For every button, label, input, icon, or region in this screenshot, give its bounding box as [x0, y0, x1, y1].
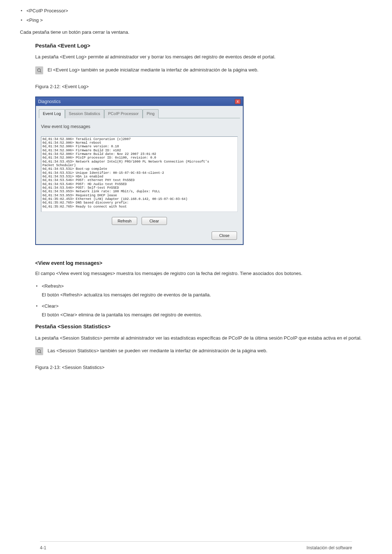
session-stats-heading: Pestaña <Session Statistics> [35, 323, 372, 331]
tab-event-log[interactable]: Event Log [39, 109, 65, 118]
session-stats-desc: La pestaña <Session Statistics> permite … [35, 335, 372, 342]
figure-caption: Figura 2-13: <Session Statistics> [35, 364, 372, 371]
event-log-desc: La pestaña <Event Log> permite al admini… [35, 53, 372, 61]
svg-line-1 [40, 71, 41, 72]
clear-desc: El botón <Clear> elimina de la pantalla … [42, 311, 372, 319]
footer-right: Instalación del software [307, 545, 352, 551]
page-footer: 4-1 Instalación del software [40, 541, 352, 551]
panel: View event log messages 0d,01:34:52.906>… [36, 118, 243, 229]
event-log-textarea[interactable]: 0d,01:34:52.906> Teradici Corporation (c… [41, 136, 238, 212]
note-text: El <Event Log> también se puede iniciali… [48, 66, 258, 74]
window-close-button[interactable]: x [235, 99, 241, 104]
note-icon [35, 66, 43, 74]
list-item: <Refresh> [35, 283, 372, 290]
svg-point-2 [37, 349, 40, 352]
bullet-text: <PCoIP Processor> [26, 8, 68, 13]
window-title: Diagnostics [38, 98, 61, 105]
note-row: El <Event Log> también se puede iniciali… [35, 66, 372, 74]
list-item: <Ping > [20, 17, 372, 24]
tab-row: Event Log Session Statistics PCoIP Proce… [39, 109, 240, 118]
top-bullet-list: <PCoIP Processor> <Ping > [20, 7, 372, 24]
tab-session-statistics[interactable]: Session Statistics [65, 109, 104, 118]
note-icon [35, 347, 43, 355]
button-row: Refresh Clear [41, 217, 238, 225]
clear-bullet: <Clear> [35, 303, 372, 310]
bullet-text: <Ping > [26, 17, 43, 23]
close-button[interactable]: Close [212, 231, 237, 240]
list-item: <Clear> [35, 303, 372, 310]
svg-line-3 [40, 352, 41, 353]
note-row: Las <Session Statistics> también se pued… [20, 347, 372, 355]
clear-button[interactable]: Clear [142, 217, 167, 225]
bullet-label: <Clear> [42, 303, 58, 309]
figure-caption: Figura 2-12: <Event Log> [35, 83, 372, 90]
footer-left: 4-1 [40, 545, 46, 551]
event-log-heading: Pestaña <Event Log> [35, 42, 372, 50]
panel-label: View event log messages [41, 123, 238, 130]
view-messages-heading: <View event log messages> [35, 259, 372, 267]
intro-paragraph: Cada pestaña tiene un botón para cerrar … [20, 29, 372, 36]
note-text: Las <Session Statistics> también se pued… [48, 347, 268, 354]
diagnostics-window: Diagnostics x Event Log Session Statisti… [35, 97, 244, 245]
refresh-bullet: <Refresh> [35, 283, 372, 290]
refresh-button[interactable]: Refresh [112, 217, 137, 225]
list-item: <PCoIP Processor> [20, 7, 372, 15]
title-bar: Diagnostics x [36, 97, 243, 106]
svg-point-0 [37, 69, 40, 71]
bullet-label: <Refresh> [42, 283, 64, 289]
view-messages-desc: El campo <View event log messages> muest… [35, 270, 372, 277]
tab-ping[interactable]: Ping [143, 109, 159, 118]
refresh-desc: El botón <Refresh> actualiza los mensaje… [42, 291, 372, 299]
tab-pcoip-processor[interactable]: PCoIP Processor [104, 109, 143, 118]
close-row: Close [36, 229, 243, 244]
